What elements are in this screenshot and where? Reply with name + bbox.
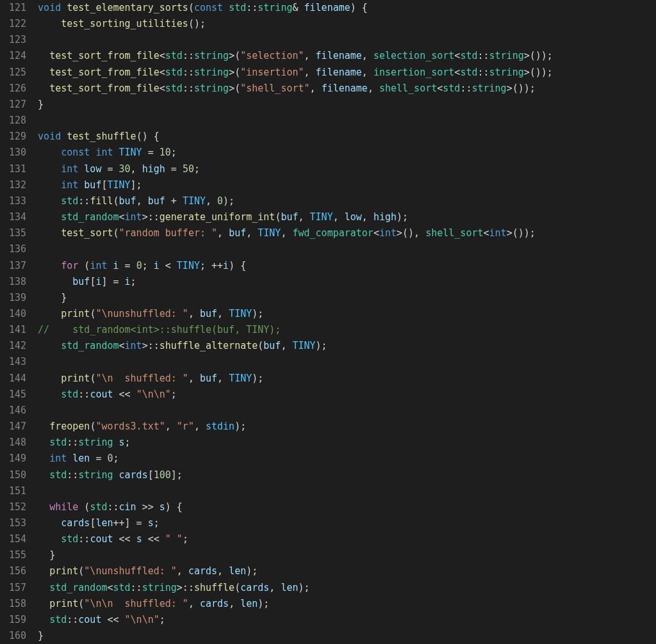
- code-line[interactable]: std_random<int>::generate_uniform_int(bu…: [38, 209, 656, 225]
- code-line[interactable]: int buf[TINY];: [38, 177, 656, 193]
- line-number: 156: [9, 563, 26, 579]
- line-number: 132: [9, 177, 26, 193]
- code-line[interactable]: std::cout << "\n\n";: [38, 387, 656, 403]
- line-number: 125: [9, 65, 26, 81]
- line-number: 131: [9, 161, 26, 177]
- line-number: 152: [9, 499, 26, 515]
- code-line[interactable]: test_sorting_utilities();: [38, 16, 656, 32]
- line-number-gutter: 1211221231241251261271281291301311321331…: [0, 0, 38, 644]
- line-number: 159: [9, 612, 26, 628]
- code-line[interactable]: test_sort_from_file<std::string>("shell_…: [38, 81, 656, 97]
- code-line[interactable]: }: [38, 97, 656, 113]
- code-line[interactable]: std_random<std::string>::shuffle(cards, …: [38, 580, 656, 596]
- line-number: 151: [9, 483, 26, 499]
- code-line[interactable]: [38, 354, 656, 370]
- line-number: 149: [9, 451, 26, 467]
- line-number: 123: [9, 32, 26, 48]
- code-line[interactable]: std::fill(buf, buf + TINY, 0);: [38, 193, 656, 209]
- line-number: 134: [9, 209, 26, 225]
- line-number: 127: [9, 97, 26, 113]
- code-line[interactable]: print("\nunshuffled: ", cards, len);: [38, 563, 656, 579]
- code-line[interactable]: }: [38, 628, 656, 644]
- code-line[interactable]: [38, 32, 656, 48]
- code-line[interactable]: // std_random<int>::shuffle(buf, TINY);: [38, 322, 656, 338]
- code-line[interactable]: [38, 403, 656, 419]
- line-number: 141: [9, 322, 26, 338]
- code-line[interactable]: freopen("words3.txt", "r", stdin);: [38, 419, 656, 435]
- code-line[interactable]: print("\n shuffled: ", buf, TINY);: [38, 371, 656, 387]
- line-number: 124: [9, 48, 26, 64]
- code-line[interactable]: const int TINY = 10;: [38, 145, 656, 161]
- code-line[interactable]: print("\nunshuffled: ", buf, TINY);: [38, 306, 656, 322]
- code-line[interactable]: std::cout << s << " ";: [38, 531, 656, 547]
- code-line[interactable]: for (int i = 0; i < TINY; ++i) {: [38, 258, 656, 274]
- line-number: 158: [9, 596, 26, 612]
- line-number: 135: [9, 225, 26, 241]
- line-number: 138: [9, 274, 26, 290]
- code-area[interactable]: void test_elementary_sorts(const std::st…: [38, 0, 656, 644]
- code-line[interactable]: int low = 30, high = 50;: [38, 161, 656, 177]
- line-number: 147: [9, 419, 26, 435]
- line-number: 146: [9, 403, 26, 419]
- line-number: 130: [9, 145, 26, 161]
- line-number: 140: [9, 306, 26, 322]
- code-line[interactable]: }: [38, 547, 656, 563]
- code-editor[interactable]: 1211221231241251261271281291301311321331…: [0, 0, 656, 644]
- code-line[interactable]: test_sort_from_file<std::string>("select…: [38, 48, 656, 64]
- line-number: 145: [9, 387, 26, 403]
- line-number: 122: [9, 16, 26, 32]
- code-line[interactable]: int len = 0;: [38, 451, 656, 467]
- line-number: 148: [9, 435, 26, 451]
- line-number: 142: [9, 338, 26, 354]
- line-number: 160: [9, 628, 26, 644]
- code-line[interactable]: buf[i] = i;: [38, 274, 656, 290]
- code-line[interactable]: cards[len++] = s;: [38, 515, 656, 531]
- line-number: 121: [9, 0, 26, 16]
- code-line[interactable]: while (std::cin >> s) {: [38, 499, 656, 515]
- code-line[interactable]: std_random<int>::shuffle_alternate(buf, …: [38, 338, 656, 354]
- code-line[interactable]: std::string cards[100];: [38, 467, 656, 483]
- line-number: 133: [9, 193, 26, 209]
- code-line[interactable]: print("\n\n shuffled: ", cards, len);: [38, 596, 656, 612]
- line-number: 143: [9, 354, 26, 370]
- code-line[interactable]: void test_shuffle() {: [38, 129, 656, 145]
- line-number: 126: [9, 81, 26, 97]
- code-line[interactable]: [38, 483, 656, 499]
- code-line[interactable]: }: [38, 290, 656, 306]
- line-number: 157: [9, 580, 26, 596]
- code-line[interactable]: [38, 113, 656, 129]
- line-number: 144: [9, 371, 26, 387]
- line-number: 129: [9, 129, 26, 145]
- line-number: 154: [9, 531, 26, 547]
- code-line[interactable]: [38, 241, 656, 257]
- line-number: 128: [9, 113, 26, 129]
- line-number: 153: [9, 515, 26, 531]
- line-number: 137: [9, 258, 26, 274]
- code-line[interactable]: std::string s;: [38, 435, 656, 451]
- line-number: 155: [9, 547, 26, 563]
- code-line[interactable]: test_sort("random buffer: ", buf, TINY, …: [38, 225, 656, 241]
- line-number: 150: [9, 467, 26, 483]
- code-line[interactable]: test_sort_from_file<std::string>("insert…: [38, 65, 656, 81]
- code-line[interactable]: void test_elementary_sorts(const std::st…: [38, 0, 656, 16]
- line-number: 136: [9, 241, 26, 257]
- line-number: 139: [9, 290, 26, 306]
- code-line[interactable]: std::cout << "\n\n";: [38, 612, 656, 628]
